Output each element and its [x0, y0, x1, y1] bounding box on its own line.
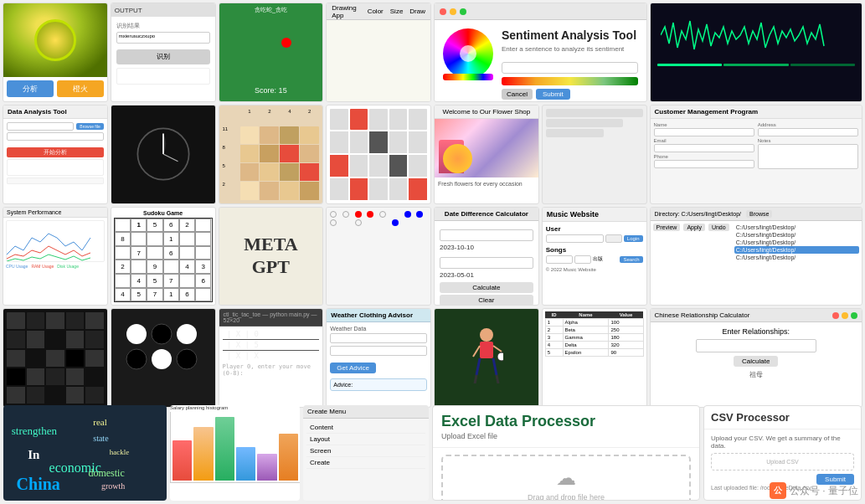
audio-cell [650, 3, 863, 102]
cc-calculate-btn[interactable]: Calculate [734, 356, 778, 367]
game-snake-dot [281, 38, 291, 48]
fm-undo-btn[interactable]: Undo [708, 224, 729, 231]
ocr-recognize-btn[interactable]: 识别 [116, 49, 210, 64]
svg-point-17 [497, 352, 503, 361]
cmc-item-content[interactable]: Content [306, 422, 425, 434]
drawing-size-tool[interactable]: Size [390, 8, 404, 15]
col-header-1: ID [545, 311, 563, 319]
weather-advisor-cell: Weather Clothing Advisor Weather Data Ge… [326, 308, 431, 408]
audio-waveform [651, 3, 862, 101]
table-container: ID Name Value 1Alpha100 2Beta250 3Gamma1… [543, 309, 646, 407]
wa-temp-input[interactable] [330, 333, 427, 343]
svg-point-8 [177, 349, 197, 369]
cc-label: Enter Relationships: [656, 327, 857, 336]
dc-clear-btn[interactable]: Clear [440, 295, 533, 306]
bc-bar-5 [257, 454, 276, 481]
sudoku-title: Sudoku Game [114, 210, 213, 216]
mw-sort-select[interactable] [574, 255, 591, 264]
svg-line-12 [493, 358, 497, 375]
fm-item-4[interactable]: C:/Users/lingt/Desktop/ [734, 246, 859, 254]
waveform-svg [661, 14, 852, 56]
wa-get-advice-btn[interactable]: Get Advice [330, 363, 376, 373]
drawing-draw-tool[interactable]: Draw [409, 8, 425, 15]
fm-browse-btn[interactable]: Browse [746, 210, 772, 218]
perf-header: System Performance [3, 208, 107, 218]
clock-cell [111, 105, 216, 204]
data-table: ID Name Value 1Alpha100 2Beta250 3Gamma1… [545, 311, 644, 357]
cmc-item-create[interactable]: Create [306, 457, 425, 469]
sentiment-submit-btn[interactable]: Submit [536, 89, 570, 100]
cc-result: 祖母 [656, 370, 857, 379]
excel-upload-area[interactable]: ☁ Drag and drop file here Limit 200MB pe… [441, 455, 691, 501]
mw-search-input[interactable] [546, 255, 574, 264]
wa-result: Advice: [330, 378, 427, 391]
mw-sort-label: 出版 [593, 255, 618, 263]
cc-close-icon[interactable] [832, 312, 839, 319]
barchart-cell: Salary planning histogram [170, 405, 300, 501]
cc-header: Chinese Relationship Calculator [651, 309, 862, 322]
svg-rect-10 [480, 342, 493, 358]
mw-songs-label: Songs [546, 246, 643, 254]
cmc-item-layout[interactable]: Layout [306, 434, 425, 445]
cm-addr-field[interactable] [758, 128, 858, 136]
dc-calc-btn[interactable]: Calculate [440, 282, 533, 293]
cmc-body: Content Layout Screen Create [303, 419, 429, 472]
excel-processor-cell: Excel Data Processor Upload Excel file ☁… [432, 405, 700, 501]
flower-buttons: 分析 橙火 [3, 77, 107, 101]
drawing-color-tool[interactable]: Color [368, 8, 384, 15]
game-title: 贪吃蛇_贪吃 [219, 6, 323, 14]
soccer-player-svg [470, 325, 503, 392]
col-header-2: Name [563, 311, 609, 319]
cm-notes-field[interactable] [758, 144, 858, 169]
csv-upload-area[interactable]: Upload CSV [711, 453, 854, 471]
csv-header: CSV Processor [704, 406, 861, 429]
bottom-row: strengthen real state In economic hackle… [0, 405, 865, 504]
fm-preview-btn[interactable]: Preview [653, 224, 681, 231]
excel-subtitle: Upload Excel file [441, 432, 691, 440]
drawing-canvas[interactable] [327, 20, 430, 101]
mw-username-input[interactable] [546, 234, 604, 243]
game-score: Score: 15 [219, 86, 323, 95]
fm-item-3[interactable]: C:/Users/lingt/Desktop/ [734, 239, 859, 246]
wa-condition-input[interactable] [330, 346, 427, 356]
da-file-input [7, 122, 74, 131]
mw-login-btn[interactable]: Login [624, 235, 643, 242]
cmc-header: Create Menu [303, 405, 429, 419]
da-analyze-btn[interactable]: 开始分析 [7, 147, 104, 157]
data-analysis-cell: Data Analysis Tool Browse file 开始分析 [3, 105, 108, 204]
tt-header: ctl_tic_tac_toe — python main.py — 52×20 [219, 309, 323, 327]
puzzle-cell [326, 105, 431, 204]
sentiment-input[interactable] [502, 62, 638, 74]
sentiment-cancel-btn[interactable]: Cancel [502, 89, 533, 100]
dc-date2-input[interactable] [440, 257, 533, 269]
cm-name-field[interactable] [654, 128, 754, 136]
cc-relationship-input[interactable] [696, 339, 816, 352]
tt-row-3: | X | X [223, 352, 320, 360]
cmc-item-screen[interactable]: Screen [306, 445, 425, 457]
svg-point-5 [126, 349, 147, 369]
mw-header: Music Website [543, 208, 646, 222]
mw-search-btn[interactable]: Search [620, 256, 642, 263]
excel-header: Excel Data Processor Upload Excel file [433, 406, 699, 448]
cc-maximize-icon[interactable] [851, 312, 857, 319]
cm-phone-field[interactable] [654, 160, 754, 168]
cm-email-field[interactable] [654, 144, 754, 152]
sudoku-cell: Sudoku Game 1 5 6 2 8 1 7 6 [111, 207, 216, 306]
sudoku-grid: 1 5 6 2 8 1 7 6 2 9 [114, 218, 213, 303]
fm-apply-btn[interactable]: Apply [683, 224, 705, 231]
watermark-text: 公众号 · 量子位 [790, 484, 858, 498]
flower-btn-blue[interactable]: 分析 [7, 80, 54, 97]
svg-point-7 [177, 324, 197, 344]
main-grid: 分析 橙火 OUTPUT 识别结果 mxierusuczxupo 识别 贪吃蛇_… [0, 0, 865, 410]
da-browse-btn[interactable]: Browse file [76, 123, 103, 130]
svg-line-14 [497, 375, 498, 383]
mw-user-label: User [546, 225, 643, 233]
fm-item-1[interactable]: C:/Users/lingt/Desktop/ [734, 224, 859, 231]
flower-btn-orange[interactable]: 橙火 [57, 80, 104, 97]
cc-minimize-icon[interactable] [842, 312, 848, 319]
dc-date1-input[interactable] [440, 229, 533, 241]
fm-item-5[interactable]: C:/Users/lingt/Desktop/ [734, 254, 859, 261]
table-row: 5Epsilon90 [545, 349, 643, 357]
fm-item-2[interactable]: C:/Users/lingt/Desktop/ [734, 231, 859, 239]
black-game-grid [3, 309, 107, 407]
